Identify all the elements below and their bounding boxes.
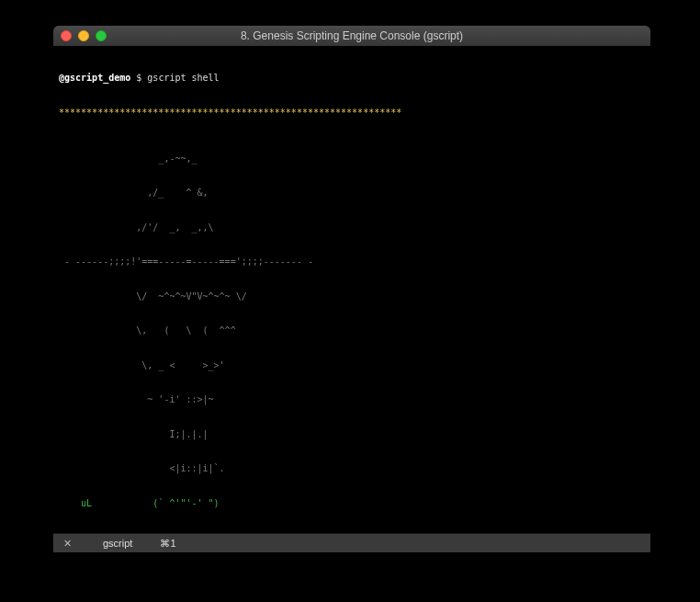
window-title: 8. Genesis Scripting Engine Console (gsc…: [53, 29, 650, 42]
terminal-body[interactable]: @gscript_demo $ gscript shell **********…: [53, 46, 650, 533]
shell-user: @gscript_demo: [59, 73, 130, 83]
star-divider: ****************************************…: [59, 108, 645, 119]
tab-close-icon[interactable]: ✕: [53, 538, 81, 550]
zoom-icon[interactable]: [96, 30, 107, 41]
shell-command: gscript shell: [147, 73, 219, 83]
shell-prompt-line: @gscript_demo $ gscript shell: [59, 73, 645, 85]
tabbar: ✕ gscript ⌘1: [53, 534, 650, 552]
titlebar[interactable]: 8. Genesis Scripting Engine Console (gsc…: [53, 26, 650, 46]
minimize-icon[interactable]: [78, 30, 89, 41]
ascii-art: _,-~~,_: [59, 153, 645, 165]
tab-shortcut: ⌘1: [160, 538, 175, 550]
traffic-lights: [61, 30, 107, 41]
close-icon[interactable]: [61, 30, 72, 41]
tab-gscript[interactable]: gscript: [103, 538, 132, 549]
terminal-window: 8. Genesis Scripting Engine Console (gsc…: [53, 26, 650, 552]
